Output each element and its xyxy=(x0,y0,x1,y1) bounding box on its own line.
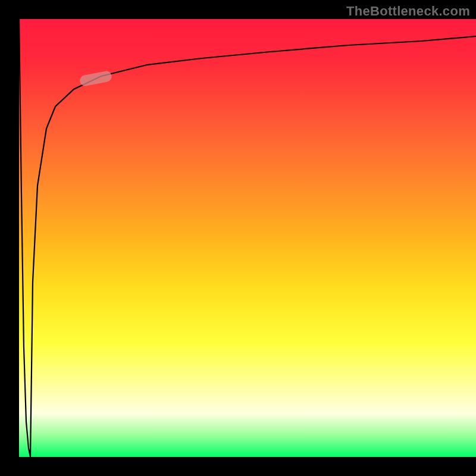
watermark-text: TheBottleneck.com xyxy=(346,4,470,19)
plot-area xyxy=(19,19,476,457)
chart-frame: TheBottleneck.com xyxy=(0,0,476,476)
